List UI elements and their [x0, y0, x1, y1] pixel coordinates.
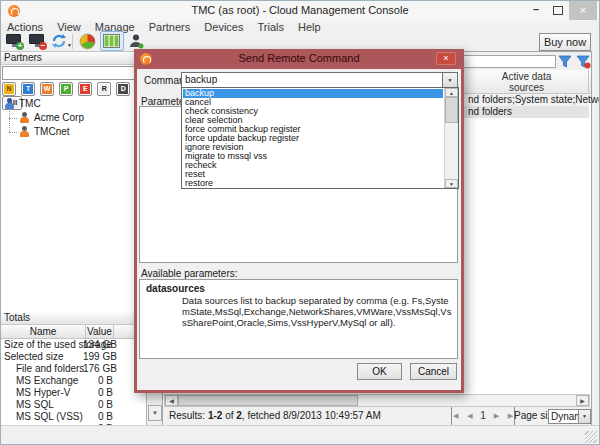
cancel-button[interactable]: Cancel [410, 363, 457, 380]
totals-row: MS SQL0 B [1, 399, 147, 411]
close-button[interactable]: × [569, 1, 597, 20]
pie-chart-view-icon[interactable] [79, 33, 97, 49]
page-size-select[interactable]: Dynamic ▼ [548, 409, 591, 424]
filter-t-button[interactable]: T [21, 82, 35, 96]
filter-r-button[interactable]: R [97, 82, 111, 96]
dropdown-option-migrate[interactable]: migrate to mssql vss [183, 152, 443, 161]
pagination: ◀ ◀ 1 ▶ ▶ [448, 407, 518, 425]
menu-view[interactable]: View [57, 21, 81, 33]
partners-tree: TMC Acme Corp TMCnet [1, 97, 147, 139]
partners-search-input[interactable] [2, 66, 145, 80]
dropdown-option-backup[interactable]: backup [183, 89, 443, 98]
dialog-body: Command: backup ▼ Parameters: backup can… [137, 69, 461, 390]
dialog-title-bar: Send Remote Command × [134, 49, 464, 69]
results-summary: Results: 1-2 of 2, fetched 8/9/2013 10:4… [169, 407, 381, 425]
totals-row: MS SQL (VSS)0 B [1, 411, 147, 423]
refresh-icon[interactable]: ▼ [51, 33, 69, 49]
menu-devices[interactable]: Devices [204, 21, 243, 33]
dialog-title: Send Remote Command [134, 52, 464, 64]
totals-row: MS Exchange0 B [1, 375, 147, 387]
results-bar: Results: 1-2 of 2, fetched 8/9/2013 10:4… [163, 407, 591, 426]
send-remote-command-dialog: Send Remote Command × Command: backup ▼ … [134, 49, 464, 393]
partner-icon [19, 112, 29, 123]
partner-root-icon [4, 98, 14, 109]
filter-d-button[interactable]: D [116, 82, 130, 96]
apply-filter-icon[interactable] [558, 55, 573, 69]
previous-page-button[interactable]: ◀ [467, 407, 472, 425]
totals-row: File and folders176 GB [1, 363, 147, 375]
chevron-down-icon: ▼ [578, 410, 590, 423]
scroll-down-button[interactable]: ▼ [445, 179, 458, 188]
dropdown-option-recheck[interactable]: recheck [183, 161, 443, 170]
totals-title: Totals [1, 312, 147, 325]
scroll-right-button[interactable]: ▶ [576, 395, 589, 406]
partner-filter-buttons: N T W P E R D All [2, 82, 146, 97]
filter-p-button[interactable]: P [59, 82, 73, 96]
current-page-number: 1 [480, 407, 486, 425]
dropdown-option-restore[interactable]: restore [183, 179, 443, 187]
toolbar-separator [72, 34, 73, 49]
command-select[interactable]: backup ▼ [181, 72, 458, 88]
tree-item-tmcnet[interactable]: TMCnet [1, 125, 147, 139]
first-page-button[interactable]: ◀ [451, 407, 458, 425]
add-device-icon[interactable]: + [5, 33, 23, 49]
remove-device-icon[interactable]: − [28, 33, 46, 49]
filter-e-button[interactable]: E [78, 82, 92, 96]
app-window: TMC (as root) - Cloud Management Console… [0, 0, 600, 445]
parameter-description: Data sources list to backup separated by… [182, 295, 454, 328]
user-account-icon[interactable] [128, 33, 146, 49]
column-active-data-sources[interactable]: Active data sources [463, 71, 590, 93]
clear-filter-icon[interactable] [576, 55, 591, 69]
dialog-close-button[interactable]: × [436, 52, 456, 65]
totals-rows: Size of the used storage134 GB Selected … [1, 339, 147, 426]
resize-grip[interactable] [585, 431, 597, 443]
scroll-up-button[interactable]: ▲ [445, 88, 458, 97]
filter-n-button[interactable]: N [2, 82, 16, 96]
parameter-name: datasources [146, 283, 205, 294]
totals-col-value[interactable]: Value [86, 325, 114, 338]
menu-partners[interactable]: Partners [149, 21, 191, 33]
scroll-left-button[interactable]: ◀ [165, 395, 178, 406]
maximize-button[interactable] [553, 6, 563, 15]
dropdown-option-reset[interactable]: reset [183, 170, 443, 179]
totals-row: Size of the used storage134 GB [1, 339, 147, 351]
minimize-button[interactable]: – [529, 3, 543, 22]
title-bar: TMC (as root) - Cloud Management Console… [1, 1, 599, 21]
menu-trials[interactable]: Trials [258, 21, 284, 33]
chevron-down-icon: ▼ [442, 73, 457, 87]
menu-actions[interactable]: Actions [7, 21, 43, 33]
tree-item-tmc[interactable]: TMC [1, 97, 147, 111]
totals-col-name[interactable]: Name [1, 325, 86, 338]
totals-section: Totals Name Value Size of the used stora… [1, 312, 147, 426]
table-view-icon[interactable] [103, 33, 121, 49]
filter-w-button[interactable]: W [40, 82, 54, 96]
command-dropdown-list: backup cancel check consistency clear se… [181, 87, 459, 189]
totals-column-headers: Name Value [1, 325, 147, 339]
ok-button[interactable]: OK [357, 363, 402, 380]
available-parameters-label: Available parameters: [141, 268, 238, 279]
menu-bar: Actions View Manage Partners Devices Tri… [1, 21, 599, 33]
scrollbar-down-button[interactable]: ▼ [148, 405, 162, 421]
partner-icon [19, 126, 29, 137]
window-title: TMC (as root) - Cloud Management Console [1, 4, 599, 16]
horizontal-scrollbar[interactable]: ◀ ▶ [164, 394, 590, 407]
buy-now-button[interactable]: Buy now [539, 33, 591, 51]
totals-row: Selected size199 GB [1, 351, 147, 363]
tree-item-acme-corp[interactable]: Acme Corp [1, 111, 147, 125]
partners-panel-title: Partners [1, 52, 146, 65]
scrollbar-thumb[interactable] [445, 97, 458, 123]
scrollbar-thumb[interactable] [178, 395, 358, 406]
status-strip [1, 425, 599, 445]
totals-row: MS Hyper-V0 B [1, 387, 147, 399]
dropdown-scrollbar[interactable]: ▲ ▼ [444, 88, 458, 188]
available-parameters-box: datasources Data sources list to backup … [139, 279, 458, 359]
menu-help[interactable]: Help [298, 21, 321, 33]
next-page-button[interactable]: ▶ [494, 407, 499, 425]
partners-panel: Partners N T W P E R D All TMC Acme Corp [1, 51, 147, 425]
column-divider [588, 70, 589, 93]
